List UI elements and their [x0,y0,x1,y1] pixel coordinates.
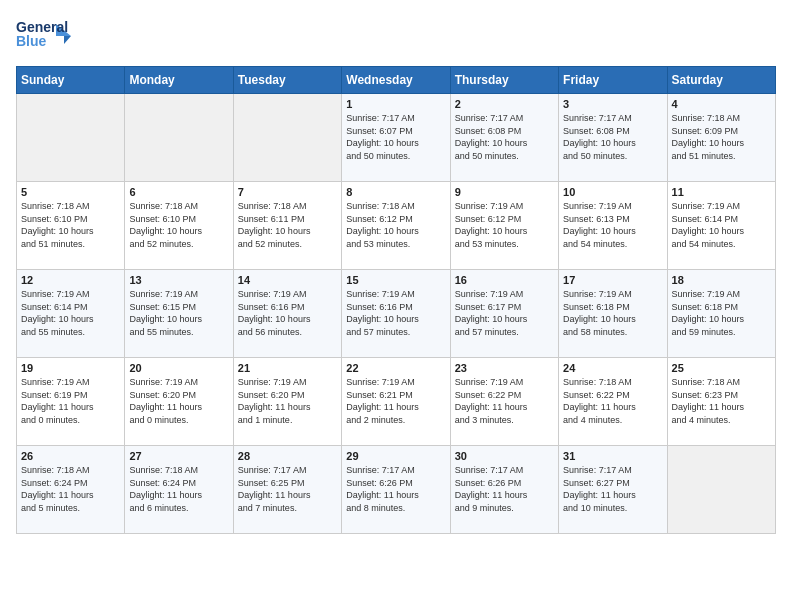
day-number: 23 [455,362,554,374]
calendar-cell: 23Sunrise: 7:19 AM Sunset: 6:22 PM Dayli… [450,358,558,446]
calendar-cell: 24Sunrise: 7:18 AM Sunset: 6:22 PM Dayli… [559,358,667,446]
weekday-header-thursday: Thursday [450,67,558,94]
weekday-header-sunday: Sunday [17,67,125,94]
day-info: Sunrise: 7:19 AM Sunset: 6:22 PM Dayligh… [455,376,554,426]
calendar-cell: 16Sunrise: 7:19 AM Sunset: 6:17 PM Dayli… [450,270,558,358]
day-number: 24 [563,362,662,374]
logo: GeneralBlue [16,16,76,56]
day-info: Sunrise: 7:19 AM Sunset: 6:20 PM Dayligh… [129,376,228,426]
day-number: 26 [21,450,120,462]
day-number: 12 [21,274,120,286]
calendar-cell: 1Sunrise: 7:17 AM Sunset: 6:07 PM Daylig… [342,94,450,182]
calendar-cell: 31Sunrise: 7:17 AM Sunset: 6:27 PM Dayli… [559,446,667,534]
day-info: Sunrise: 7:17 AM Sunset: 6:08 PM Dayligh… [563,112,662,162]
calendar-week-2: 5Sunrise: 7:18 AM Sunset: 6:10 PM Daylig… [17,182,776,270]
day-number: 29 [346,450,445,462]
day-info: Sunrise: 7:19 AM Sunset: 6:15 PM Dayligh… [129,288,228,338]
day-number: 4 [672,98,771,110]
weekday-header-friday: Friday [559,67,667,94]
weekday-header-row: SundayMondayTuesdayWednesdayThursdayFrid… [17,67,776,94]
day-number: 27 [129,450,228,462]
calendar-week-4: 19Sunrise: 7:19 AM Sunset: 6:19 PM Dayli… [17,358,776,446]
day-info: Sunrise: 7:19 AM Sunset: 6:19 PM Dayligh… [21,376,120,426]
calendar-cell: 22Sunrise: 7:19 AM Sunset: 6:21 PM Dayli… [342,358,450,446]
calendar-cell: 25Sunrise: 7:18 AM Sunset: 6:23 PM Dayli… [667,358,775,446]
calendar-cell [667,446,775,534]
calendar-cell [17,94,125,182]
day-info: Sunrise: 7:19 AM Sunset: 6:18 PM Dayligh… [563,288,662,338]
day-number: 20 [129,362,228,374]
day-info: Sunrise: 7:17 AM Sunset: 6:26 PM Dayligh… [455,464,554,514]
day-number: 11 [672,186,771,198]
day-number: 21 [238,362,337,374]
calendar-week-1: 1Sunrise: 7:17 AM Sunset: 6:07 PM Daylig… [17,94,776,182]
day-number: 19 [21,362,120,374]
calendar-cell [233,94,341,182]
calendar-cell: 19Sunrise: 7:19 AM Sunset: 6:19 PM Dayli… [17,358,125,446]
calendar-cell: 15Sunrise: 7:19 AM Sunset: 6:16 PM Dayli… [342,270,450,358]
day-info: Sunrise: 7:17 AM Sunset: 6:08 PM Dayligh… [455,112,554,162]
svg-text:Blue: Blue [16,33,47,49]
calendar-cell: 4Sunrise: 7:18 AM Sunset: 6:09 PM Daylig… [667,94,775,182]
day-info: Sunrise: 7:18 AM Sunset: 6:10 PM Dayligh… [129,200,228,250]
calendar-cell: 6Sunrise: 7:18 AM Sunset: 6:10 PM Daylig… [125,182,233,270]
calendar-cell: 5Sunrise: 7:18 AM Sunset: 6:10 PM Daylig… [17,182,125,270]
day-info: Sunrise: 7:18 AM Sunset: 6:22 PM Dayligh… [563,376,662,426]
weekday-header-saturday: Saturday [667,67,775,94]
page-header: GeneralBlue [16,16,776,56]
day-info: Sunrise: 7:19 AM Sunset: 6:16 PM Dayligh… [346,288,445,338]
logo-svg: GeneralBlue [16,16,76,56]
calendar-week-3: 12Sunrise: 7:19 AM Sunset: 6:14 PM Dayli… [17,270,776,358]
weekday-header-wednesday: Wednesday [342,67,450,94]
calendar-cell: 3Sunrise: 7:17 AM Sunset: 6:08 PM Daylig… [559,94,667,182]
calendar-cell: 30Sunrise: 7:17 AM Sunset: 6:26 PM Dayli… [450,446,558,534]
day-number: 18 [672,274,771,286]
day-number: 16 [455,274,554,286]
day-info: Sunrise: 7:19 AM Sunset: 6:14 PM Dayligh… [672,200,771,250]
calendar-cell: 27Sunrise: 7:18 AM Sunset: 6:24 PM Dayli… [125,446,233,534]
day-info: Sunrise: 7:17 AM Sunset: 6:25 PM Dayligh… [238,464,337,514]
day-info: Sunrise: 7:18 AM Sunset: 6:23 PM Dayligh… [672,376,771,426]
day-info: Sunrise: 7:18 AM Sunset: 6:10 PM Dayligh… [21,200,120,250]
day-number: 25 [672,362,771,374]
day-number: 10 [563,186,662,198]
calendar-cell: 7Sunrise: 7:18 AM Sunset: 6:11 PM Daylig… [233,182,341,270]
calendar-header: SundayMondayTuesdayWednesdayThursdayFrid… [17,67,776,94]
calendar-week-5: 26Sunrise: 7:18 AM Sunset: 6:24 PM Dayli… [17,446,776,534]
calendar-cell: 21Sunrise: 7:19 AM Sunset: 6:20 PM Dayli… [233,358,341,446]
day-info: Sunrise: 7:18 AM Sunset: 6:24 PM Dayligh… [129,464,228,514]
day-number: 22 [346,362,445,374]
calendar-cell [125,94,233,182]
day-number: 13 [129,274,228,286]
calendar-cell: 10Sunrise: 7:19 AM Sunset: 6:13 PM Dayli… [559,182,667,270]
svg-marker-1 [64,36,71,44]
day-info: Sunrise: 7:18 AM Sunset: 6:24 PM Dayligh… [21,464,120,514]
day-info: Sunrise: 7:19 AM Sunset: 6:16 PM Dayligh… [238,288,337,338]
calendar-cell: 28Sunrise: 7:17 AM Sunset: 6:25 PM Dayli… [233,446,341,534]
calendar-cell: 29Sunrise: 7:17 AM Sunset: 6:26 PM Dayli… [342,446,450,534]
day-number: 15 [346,274,445,286]
day-info: Sunrise: 7:17 AM Sunset: 6:27 PM Dayligh… [563,464,662,514]
calendar-cell: 18Sunrise: 7:19 AM Sunset: 6:18 PM Dayli… [667,270,775,358]
calendar-cell: 26Sunrise: 7:18 AM Sunset: 6:24 PM Dayli… [17,446,125,534]
calendar-body: 1Sunrise: 7:17 AM Sunset: 6:07 PM Daylig… [17,94,776,534]
calendar-cell: 2Sunrise: 7:17 AM Sunset: 6:08 PM Daylig… [450,94,558,182]
day-number: 8 [346,186,445,198]
weekday-header-monday: Monday [125,67,233,94]
day-info: Sunrise: 7:19 AM Sunset: 6:17 PM Dayligh… [455,288,554,338]
day-number: 5 [21,186,120,198]
calendar-cell: 9Sunrise: 7:19 AM Sunset: 6:12 PM Daylig… [450,182,558,270]
day-number: 28 [238,450,337,462]
day-info: Sunrise: 7:19 AM Sunset: 6:14 PM Dayligh… [21,288,120,338]
calendar-cell: 14Sunrise: 7:19 AM Sunset: 6:16 PM Dayli… [233,270,341,358]
day-number: 3 [563,98,662,110]
day-number: 1 [346,98,445,110]
day-info: Sunrise: 7:17 AM Sunset: 6:07 PM Dayligh… [346,112,445,162]
calendar-cell: 20Sunrise: 7:19 AM Sunset: 6:20 PM Dayli… [125,358,233,446]
calendar-table: SundayMondayTuesdayWednesdayThursdayFrid… [16,66,776,534]
day-number: 17 [563,274,662,286]
day-info: Sunrise: 7:17 AM Sunset: 6:26 PM Dayligh… [346,464,445,514]
day-info: Sunrise: 7:19 AM Sunset: 6:18 PM Dayligh… [672,288,771,338]
day-number: 31 [563,450,662,462]
day-number: 14 [238,274,337,286]
